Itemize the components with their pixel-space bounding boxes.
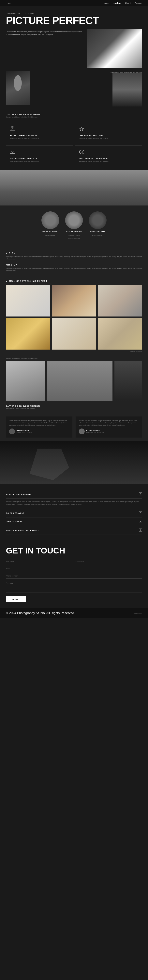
bottom-left-images: Sample text. Click to select the Text El…	[6, 357, 113, 401]
capturing2-text: Sample text. Click to select the Text El…	[6, 407, 142, 409]
team-member-0: LINDA ALVAREZ Sales Manager	[42, 212, 59, 236]
dark-abstract-image	[0, 441, 148, 484]
feature-icon-3	[79, 149, 138, 156]
svg-rect-1	[11, 127, 13, 127]
svg-point-8	[81, 151, 82, 153]
capturing-label: CAPTURING TIMELESS MOMENTS	[6, 114, 142, 116]
feature-card-2: FREEZE FRAME MOMENTS Sample text. Click …	[6, 145, 73, 166]
hero-image-right	[87, 29, 142, 68]
first-name-input[interactable]	[6, 559, 72, 564]
landscape-bg	[0, 170, 148, 205]
feature-cards: ARTFUL IMAGE CREATION Sample text. Click…	[0, 119, 148, 170]
bottom-sample-text: Sample text. Click to select the Text El…	[6, 357, 113, 359]
testimonials-section: Vivamus posuere dui ornare, feugiat lore…	[0, 413, 148, 441]
faq-intro-item[interactable]: WHAT'S YOUR PRICING?	[6, 490, 142, 499]
vision-mission-section: VISION A photographer captures life's mo…	[0, 245, 148, 276]
test-avatar-1	[79, 428, 85, 434]
team-section: LINDA ALVAREZ Sales Manager NAT REYNOLDS…	[0, 205, 148, 245]
visual-cell-3	[6, 318, 50, 350]
submit-button[interactable]: SUBMIT	[6, 597, 26, 602]
testimonial-text-0: Vivamus posuere dui ornare, feugiat lore…	[9, 420, 69, 426]
faq-intro-answer: Answer: Lorem ipsum dolor sit amet, cons…	[6, 499, 142, 509]
team-credit: Image from Freepik	[6, 237, 142, 239]
test-role-0: CHIEF ACCOUNTANT	[16, 432, 32, 433]
team-role-1: Accountant auditor	[68, 234, 80, 236]
faq-icon-2	[139, 528, 142, 532]
landscape-image	[0, 170, 148, 205]
nav-about[interactable]: About	[125, 2, 130, 4]
team-members: LINDA ALVAREZ Sales Manager NAT REYNOLDS…	[6, 212, 142, 236]
hero-title: PICTURE PERFECT	[6, 15, 142, 25]
team-name-1: NAT REYNOLDS	[66, 231, 82, 233]
faq-item-1[interactable]: HOW TO BOOK?	[6, 517, 142, 526]
navigation: logo Home Landing About Contact	[0, 0, 148, 6]
faq-intro-icon	[139, 492, 142, 496]
bottom-img-pair	[6, 361, 113, 401]
faq-item-2[interactable]: WHAT'S INCLUDED PACKAGES?	[6, 526, 142, 535]
message-input[interactable]	[6, 581, 142, 592]
visual-cell-0	[6, 285, 50, 317]
feature-text-0: Sample text. Click to select the Text El…	[10, 137, 69, 139]
hero-sample-text: Sample text. Click to select the Text El…	[111, 71, 142, 73]
mission-text: A photographer captures life's most memo…	[6, 267, 142, 272]
capturing-sample: Sample text. Click to select the Text El…	[6, 116, 142, 118]
feature-title-2: FREEZE FRAME MOMENTS	[10, 157, 69, 159]
feature-text-3: Sample text. Click to select the Text El…	[79, 160, 138, 162]
test-role-1: ACCOUNTANT AUDITOR	[86, 432, 104, 433]
visual-cell-2	[98, 285, 142, 317]
feature-title-0: ARTFUL IMAGE CREATION	[10, 134, 69, 137]
feature-title-3: PHOTOGRAPHY REDEFINED	[79, 157, 138, 159]
capturing2-section: CAPTURING TIMELESS MOMENTS Sample text. …	[0, 404, 148, 413]
visual-cell-1	[52, 285, 96, 317]
faq-section: WHAT'S YOUR PRICING? Answer: Lorem ipsum…	[0, 484, 148, 541]
feature-icon-0	[10, 126, 69, 133]
vision-label: VISION	[6, 252, 142, 254]
team-avatar-0	[42, 212, 59, 229]
svg-point-2	[12, 128, 13, 130]
faq-intro-label: WHAT'S YOUR PRICING?	[6, 493, 31, 495]
nav-links: Home Landing About Contact	[103, 2, 142, 4]
hero-description: Lorem ipsum dolor sit amet, consectetur …	[6, 30, 83, 36]
visual-grid	[6, 285, 142, 350]
feature-title-1: LIFE BEHIND THE LENS	[79, 134, 138, 137]
team-member-1: NAT REYNOLDS Accountant auditor	[65, 212, 83, 236]
last-name-input[interactable]	[76, 559, 142, 564]
faq-icon-1	[139, 520, 142, 523]
phone-input[interactable]	[6, 573, 142, 579]
nav-home[interactable]: Home	[103, 2, 109, 4]
hero-row2-right: Sample text. Click to select the Text El…	[33, 71, 142, 107]
email-input[interactable]	[6, 566, 142, 571]
team-avatar-1	[65, 212, 83, 229]
team-role-0: Sales Manager	[45, 234, 55, 236]
hero-person-bg	[113, 73, 142, 107]
test-name-0: MATTIE SMITH	[16, 430, 32, 432]
hero-photo-bg	[87, 29, 142, 68]
faq-answer-text: Answer: Lorem ipsum dolor sit amet, cons…	[6, 501, 142, 506]
contact-title: GET IN TOUCH	[6, 547, 142, 555]
capturing2-label: CAPTURING TIMELESS MOMENTS	[6, 405, 142, 407]
nav-landing[interactable]: Landing	[113, 2, 121, 4]
hero-person-image	[113, 73, 142, 107]
footer-privacy-link[interactable]: Privacy Policy	[134, 612, 142, 614]
faq-icon-0	[139, 511, 142, 515]
hero-text: Lorem ipsum dolor sit amet, consectetur …	[6, 29, 83, 68]
visual-section: VISUAL STORYTELLING EXPERT Image from Fr…	[0, 276, 148, 354]
test-name-1: NAT REYNOLDS	[86, 430, 104, 432]
faq-question-0: DO YOU TRAVEL?	[6, 512, 24, 514]
bottom-person-image	[114, 361, 142, 401]
testimonial-row: Vivamus posuere dui ornare, feugiat lore…	[6, 417, 142, 438]
svg-rect-0	[10, 127, 15, 131]
bottom-image-2	[47, 361, 113, 401]
test-person-1: NAT REYNOLDS ACCOUNTANT AUDITOR	[79, 428, 139, 434]
feature-card-1: LIFE BEHIND THE LENS Sample text. Click …	[75, 123, 142, 143]
team-role-2: Chief Accountant	[92, 234, 103, 236]
nav-contact[interactable]: Contact	[135, 2, 142, 4]
hero-studio-label: PHOTOGRAPHY STUDIO	[6, 12, 142, 14]
footer-copyright: © 2024 Photography Studio. All Rights Re…	[6, 611, 75, 615]
svg-marker-7	[79, 150, 84, 154]
test-person-0: MATTIE SMITH CHIEF ACCOUNTANT	[9, 428, 69, 434]
hero-tulip-image	[6, 71, 30, 105]
feature-card-3: PHOTOGRAPHY REDEFINED Sample text. Click…	[75, 145, 142, 166]
faq-item-0[interactable]: DO YOU TRAVEL?	[6, 509, 142, 517]
test-avatar-0	[9, 428, 15, 434]
